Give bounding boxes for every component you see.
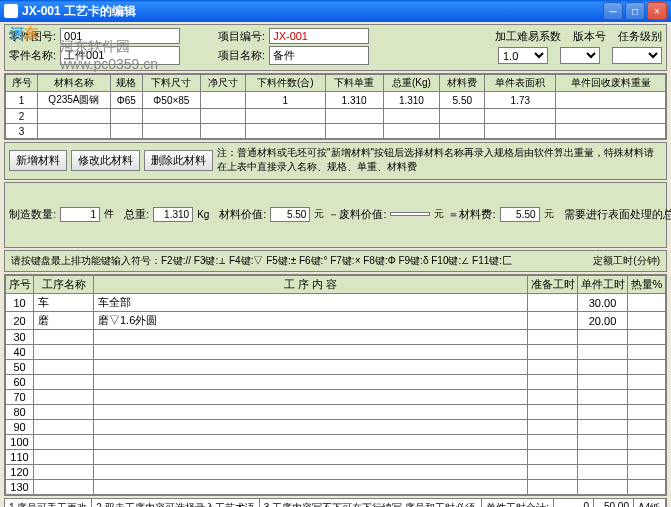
proc-header: 单件工时 [578, 276, 628, 294]
material-table[interactable]: 序号材料名称规格下料尺寸净尺寸下料件数(合)下料单重总重(Kg)材料费单件表面积… [5, 74, 666, 139]
proc-header: 热量% [628, 276, 666, 294]
matcost-label: ＝材料费: [448, 207, 495, 222]
part-no-label: 零件图号: [9, 29, 56, 44]
total-prep: 0 [554, 499, 594, 507]
mat-header: 序号 [6, 75, 38, 92]
proc-header: 工 序 内 容 [94, 276, 528, 294]
proc-row[interactable]: 40 [6, 345, 666, 360]
scrap-value[interactable] [390, 212, 430, 216]
mat-header: 材料名称 [38, 75, 110, 92]
proc-row[interactable]: 90 [6, 420, 666, 435]
watermark: 河东软件园www.pc0359.cn [60, 38, 158, 72]
add-material-button[interactable]: 新增材料 [9, 150, 67, 171]
paper-size: A4纸 [634, 499, 666, 507]
mat-header: 下料件数(合) [246, 75, 326, 92]
proc-header: 序号 [6, 276, 34, 294]
proc-row[interactable]: 80 [6, 405, 666, 420]
mat-header: 单件表面积 [485, 75, 556, 92]
price-value: 5.50 [270, 207, 310, 222]
hint-1: 1.序号可手工更改 [5, 499, 92, 507]
window-title: JX-001 工艺卡的编辑 [22, 3, 603, 20]
price-label: 材料价值: [219, 207, 266, 222]
mat-row[interactable]: 2 [6, 109, 666, 124]
weight-value: 1.310 [153, 207, 193, 222]
scrap-label: －废料价值: [328, 207, 386, 222]
app-icon [4, 4, 18, 18]
proc-header: 准备工时 [528, 276, 578, 294]
part-name-label: 零件名称: [9, 48, 56, 63]
proc-row[interactable]: 50 [6, 360, 666, 375]
mat-header: 单件回收废料重量 [556, 75, 666, 92]
proc-row[interactable]: 120 [6, 465, 666, 480]
weight-label: 总重: [124, 207, 149, 222]
version-select[interactable] [560, 47, 600, 64]
task-level-select[interactable] [612, 47, 662, 64]
difficulty-label: 加工难易系数 [495, 29, 561, 44]
total-unit: 50.00 [594, 499, 634, 507]
mat-header: 材料费 [440, 75, 485, 92]
key-hint: 请按键盘最上排功能键输入符号：F2键:// F3键:⊥ F4键:▽ F5键:± … [11, 254, 593, 268]
fixed-time-label: 定额工时(分钟) [593, 254, 660, 268]
proc-row[interactable]: 100 [6, 435, 666, 450]
proc-row[interactable]: 70 [6, 390, 666, 405]
proj-no-value: JX-001 [269, 28, 369, 44]
proc-row[interactable]: 20磨磨▽1.6外圆20.00 [6, 312, 666, 330]
proc-row[interactable]: 30 [6, 330, 666, 345]
hint-2: 2.双击工序内容可选择录入工艺术语 [92, 499, 259, 507]
proj-name-value: 备件 [269, 46, 369, 65]
mat-row[interactable]: 1Q235A圆钢Φ65Φ50×8511.3101.3105.501.73 [6, 92, 666, 109]
mat-header: 净尺寸 [200, 75, 245, 92]
minimize-button[interactable]: ─ [603, 2, 623, 20]
proc-row[interactable]: 60 [6, 375, 666, 390]
mat-header: 下料尺寸 [142, 75, 200, 92]
proc-row[interactable]: 130 [6, 480, 666, 495]
surface-label: 需要进行表面处理的总表面积: [564, 207, 671, 222]
proj-no-label: 项目编号: [218, 29, 265, 44]
qty-value[interactable]: 1 [60, 207, 100, 222]
close-button[interactable]: × [647, 2, 667, 20]
mat-row[interactable]: 3 [6, 124, 666, 139]
task-level-label: 任务级别 [618, 29, 662, 44]
mat-header: 下料单重 [325, 75, 383, 92]
proc-header: 工序名称 [34, 276, 94, 294]
edit-material-button[interactable]: 修改此材料 [71, 150, 140, 171]
total-label: 单件工时合计: [482, 499, 554, 507]
hint-3: 3.工序内容写不下可在下行续写,序号和工时必须写在首行 [260, 499, 483, 507]
process-table[interactable]: 序号工序名称工 序 内 容准备工时单件工时热量% 10车车全部30.0020磨磨… [5, 275, 666, 495]
mat-header: 规格 [110, 75, 142, 92]
maximize-button[interactable]: □ [625, 2, 645, 20]
proc-row[interactable]: 10车车全部30.00 [6, 294, 666, 312]
delete-material-button[interactable]: 删除此材料 [144, 150, 213, 171]
difficulty-select[interactable]: 1.0 [498, 47, 548, 64]
material-note: 注：普通材料或毛坯可按"新增材料"按钮后选择材料名称再录入规格后由软件算出重量，… [217, 146, 662, 174]
mat-header: 总重(Kg) [383, 75, 440, 92]
qty-label: 制造数量: [9, 207, 56, 222]
version-label: 版本号 [573, 29, 606, 44]
proc-row[interactable]: 110 [6, 450, 666, 465]
matcost-value: 5.50 [500, 207, 540, 222]
proj-name-label: 项目名称: [218, 48, 265, 63]
